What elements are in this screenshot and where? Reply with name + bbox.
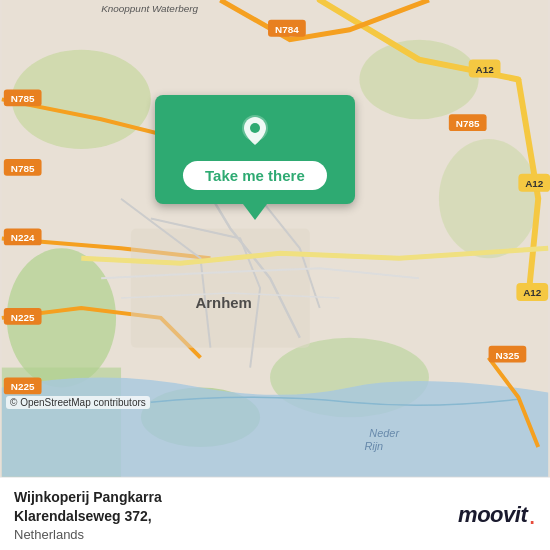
svg-text:A12: A12 [525, 178, 544, 189]
moovit-logo: moovit. [458, 501, 536, 529]
svg-text:N784: N784 [275, 24, 299, 35]
map-area: A12 A12 A12 N784 N785 N785 N785 N224 [0, 0, 550, 477]
svg-text:Rijn: Rijn [364, 440, 383, 452]
map-callout: Take me there [155, 95, 355, 220]
svg-text:N225: N225 [11, 312, 35, 323]
logo-text: moovit [458, 502, 527, 528]
svg-text:N325: N325 [496, 350, 520, 361]
svg-point-5 [439, 139, 538, 258]
svg-point-4 [359, 40, 478, 119]
address-block: Wijnkoperij Pangkarra Klarendalseweg 372… [14, 488, 162, 542]
place-name: Wijnkoperij Pangkarra [14, 488, 162, 508]
svg-text:N785: N785 [456, 118, 480, 129]
callout-box: Take me there [155, 95, 355, 204]
svg-text:Arnhem: Arnhem [196, 295, 252, 311]
svg-text:N224: N224 [11, 232, 35, 243]
bottom-bar: Wijnkoperij Pangkarra Klarendalseweg 372… [0, 477, 550, 550]
svg-text:N785: N785 [11, 93, 35, 104]
logo-dot: . [528, 501, 536, 529]
svg-text:A12: A12 [475, 64, 494, 75]
svg-text:Knooppunt Waterberg: Knooppunt Waterberg [101, 3, 198, 14]
svg-text:A12: A12 [523, 287, 542, 298]
app-container: A12 A12 A12 N784 N785 N785 N785 N224 [0, 0, 550, 550]
svg-text:N785: N785 [11, 163, 35, 174]
osm-attribution: © OpenStreetMap contributors [6, 396, 150, 409]
location-pin-icon [237, 113, 273, 149]
street-address: Klarendalseweg 372, [14, 507, 162, 527]
svg-rect-32 [131, 228, 310, 347]
callout-tail [243, 204, 267, 220]
take-me-there-button[interactable]: Take me there [183, 161, 327, 190]
svg-text:Neder: Neder [369, 427, 399, 439]
svg-point-36 [250, 123, 260, 133]
svg-text:N225: N225 [11, 381, 35, 392]
country: Netherlands [14, 527, 162, 542]
